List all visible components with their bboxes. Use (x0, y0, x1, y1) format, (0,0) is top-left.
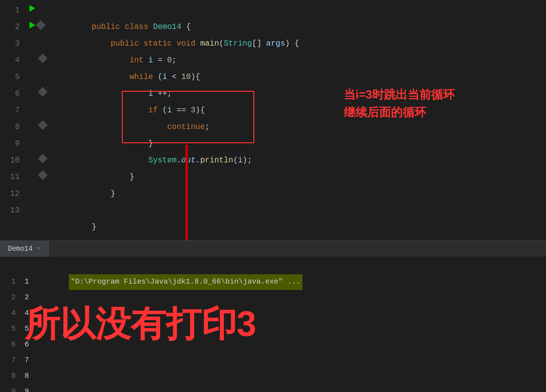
gutter-diamond-4 (39, 55, 46, 62)
editor-area: 1 2 3 4 5 6 7 8 9 10 11 12 13 (0, 0, 546, 240)
gutter-diamond-10 (39, 155, 46, 162)
code-line-1: public class Demo14 { (54, 2, 546, 19)
code-line-13: } (54, 202, 546, 219)
panel-tab-bar: Demo14 × (0, 241, 546, 257)
bottom-panel: Demo14 × 1 2 4 5 6 7 8 9 10 "D:\ (0, 240, 546, 392)
panel-tab-demo14[interactable]: Demo14 × (0, 241, 49, 257)
code-content: public class Demo14 { public static void… (54, 0, 546, 240)
gutter-diamond-11 (39, 172, 46, 179)
red-box-annotation (122, 91, 254, 143)
gutter-diamond-6 (39, 88, 46, 95)
console-line-numbers: 1 2 4 5 6 7 8 9 10 (0, 257, 20, 392)
console-output-9: 9 (25, 384, 546, 392)
big-annotation-text: 所以没有打印3 (25, 301, 256, 383)
gutter-run-icon-1[interactable] (29, 5, 35, 12)
gutter-run-icon-2[interactable] (29, 22, 44, 28)
console-area: 1 2 4 5 6 7 8 9 10 "D:\Program Files\Jav… (0, 257, 546, 392)
panel-tab-close[interactable]: × (36, 245, 40, 252)
panel-tab-label: Demo14 (8, 245, 32, 253)
line-numbers: 1 2 3 4 5 6 7 8 9 10 11 12 13 (0, 0, 25, 240)
console-command-line: "D:\Program Files\Java\jdk1.8.0_66\bin\j… (25, 259, 546, 274)
gutter (25, 0, 54, 240)
gutter-diamond-8 (39, 122, 46, 129)
console-command-text: "D:\Program Files\Java\jdk1.8.0_66\bin\j… (69, 274, 302, 290)
annotation-text-top: 当i=3时跳出当前循环继续后面的循环 (344, 86, 455, 121)
code-line-12 (54, 185, 546, 202)
